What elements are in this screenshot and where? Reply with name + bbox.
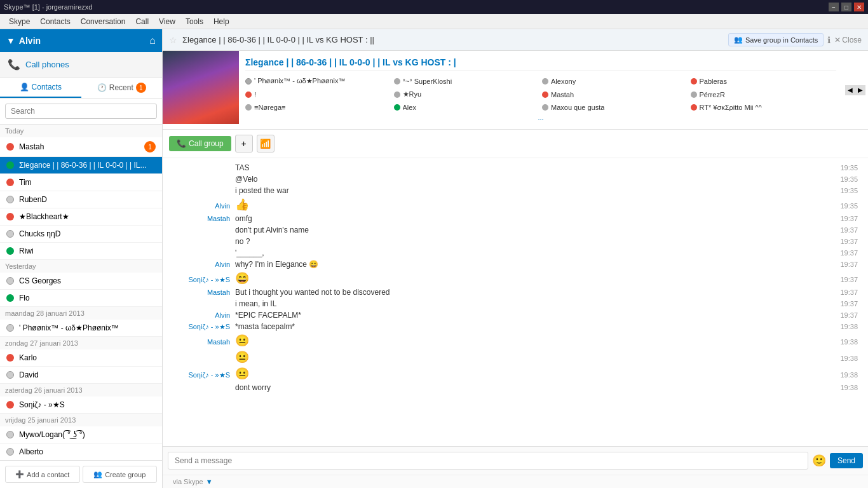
emoji-button[interactable]: 🙂 [812,454,826,468]
menu-call[interactable]: Call [130,16,154,27]
message-input[interactable] [168,452,808,470]
status-offline-icon [6,448,14,456]
tab-recent[interactable]: 🕐 Recent 1 [81,78,163,98]
member-rt: RT* ¥σκΣρitto Mii ^^ [691,102,837,112]
message-row: Soηiζ♪ - »★S *masta facepalm* 19:38 [173,322,858,331]
contact-elegance[interactable]: Σlegance | | 86-0-36 | | IL 0-0-0 | | IL… [0,157,162,174]
member-alex: Alex [394,102,540,112]
more-members-link[interactable]: ... [245,112,836,123]
contact-sonicS[interactable]: Soηiζ♪ - »★S [0,396,162,414]
close-chat-button[interactable]: ✕ Close [834,36,862,44]
member-mastah: Mastah [542,89,688,100]
date-header-yesterday: Yesterday [0,260,162,273]
message-row: Mastah 😐 19:38 [173,334,858,348]
status-offline-icon [6,431,14,438]
status-busy-icon [6,179,14,186]
menu-contacts[interactable]: Contacts [35,16,75,27]
message-row: Soηiζ♪ - »★S 😄 19:37 [173,271,858,285]
avatar-image [163,51,239,124]
member-name: Alex [403,104,416,111]
member-status-icon [394,78,400,85]
window-close-button[interactable]: ✕ [854,3,864,11]
group-name: Σlegance | | 86-0-36 | | IL 0-0-0 | | IL… [245,57,836,71]
via-skype-dropdown[interactable]: ▼ [206,478,213,485]
status-online-icon [6,161,14,169]
member-name: Pableras [700,78,727,85]
signal-bar-button[interactable]: 📶 [257,135,275,152]
message-content: why? I'm in Elegance 😄 [235,260,827,269]
star-icon[interactable]: ☆ [169,35,177,45]
chat-header: ☆ Σlegance | | 86-0-36 | | IL 0-0-0 | | … [163,29,868,51]
contact-name: RubenD [19,195,156,204]
member-name: Alexony [551,78,576,85]
add-contact-label: Add a contact [27,471,69,478]
status-busy-icon [6,143,14,151]
message-content: omfg [235,214,827,223]
message-content: TAS [235,163,827,172]
contact-tim[interactable]: Tim [0,174,162,191]
member-status-icon [394,92,400,98]
contact-mastah[interactable]: Mastah 1 [0,137,162,157]
create-group-label: Create group [105,471,146,478]
member-status-icon [394,104,400,111]
date-header-monday: maandag 28 januari 2013 [0,307,162,320]
contact-name: Riwi [19,247,156,255]
contact-mywo[interactable]: Mywo/Logan( ͡° ͜ʖ ͡°) [0,426,162,444]
menu-view[interactable]: View [154,16,180,27]
contact-rubend[interactable]: RubenD [0,191,162,208]
group-icon: 👥 [93,470,102,478]
member-maxou: Maxou que gusta [542,102,688,112]
prev-arrow[interactable]: ◀ [845,85,855,95]
create-group-button[interactable]: 👥 Create group [83,466,158,483]
message-time: 19:37 [832,311,858,319]
save-group-button[interactable]: 👥 Save group in Contacts [728,33,824,46]
member-perrezr: PérrezR [691,89,837,100]
message-time: 19:37 [832,276,858,283]
search-input[interactable] [5,104,157,119]
contact-riwi[interactable]: Riwi [0,243,162,260]
window-controls: − □ ✕ [829,3,864,11]
call-group-button[interactable]: 📞 Call group [169,136,231,151]
next-arrow[interactable]: ▶ [855,85,865,95]
contact-csgeorges[interactable]: CS Georges [0,273,162,290]
contact-blackheart[interactable]: ★Blackheart★ [0,208,162,226]
contact-name: ★Blackheart★ [19,212,156,221]
call-phones-button[interactable]: 📞 Call phones [0,52,162,78]
message-time: 19:35 [832,164,858,172]
contact-karlo[interactable]: Karlo [0,349,162,367]
tab-contacts[interactable]: 👤 Contacts [0,78,81,98]
contact-phoenix[interactable]: ' Phøønix™ - ωδ★Phøønix™ [0,320,162,337]
via-skype-bar: via Skype ▼ [163,475,868,488]
contact-alberto[interactable]: Alberto [0,444,162,460]
add-member-button[interactable]: + [235,135,253,152]
contact-david[interactable]: David [0,367,162,384]
header-actions: 👥 Save group in Contacts ℹ ✕ Close [728,33,862,46]
menu-help[interactable]: Help [208,16,234,27]
maximize-button[interactable]: □ [841,3,851,11]
home-icon[interactable]: ⌂ [149,35,156,46]
member-name: ! [254,91,256,98]
message-content: i mean, in IL [235,299,827,308]
message-row: Alvin *EPIC FACEPALM* 19:37 [173,311,858,320]
message-content: '______, [235,248,827,257]
member-name: ' Phøønix™ - ωδ★Phøønix™ [254,77,346,85]
contact-chucks[interactable]: Chucks ηηD [0,226,162,243]
contact-name: Mastah [19,142,144,151]
info-icon[interactable]: ℹ [827,35,831,45]
member-superkloshi: °~° SuperKloshi [394,76,540,86]
menu-skype[interactable]: Skype [4,16,35,27]
member-pableras: Pableras [691,76,837,86]
contact-flo[interactable]: Flo [0,290,162,307]
message-content: 😐 [235,334,827,348]
message-content: @Velo [235,175,827,184]
menu-tools[interactable]: Tools [180,16,208,27]
add-contact-button[interactable]: ➕ Add a contact [5,466,80,483]
menu-conversation[interactable]: Conversation [76,16,131,27]
message-time: 19:38 [832,323,858,330]
minimize-button[interactable]: − [829,3,839,11]
contact-name: Chucks ηηD [19,229,156,238]
member-norega: ≡Nørega≡ [245,102,391,112]
contact-name: Alberto [19,447,156,456]
message-sender: Alvin [173,311,230,319]
send-button[interactable]: Send [830,453,863,468]
